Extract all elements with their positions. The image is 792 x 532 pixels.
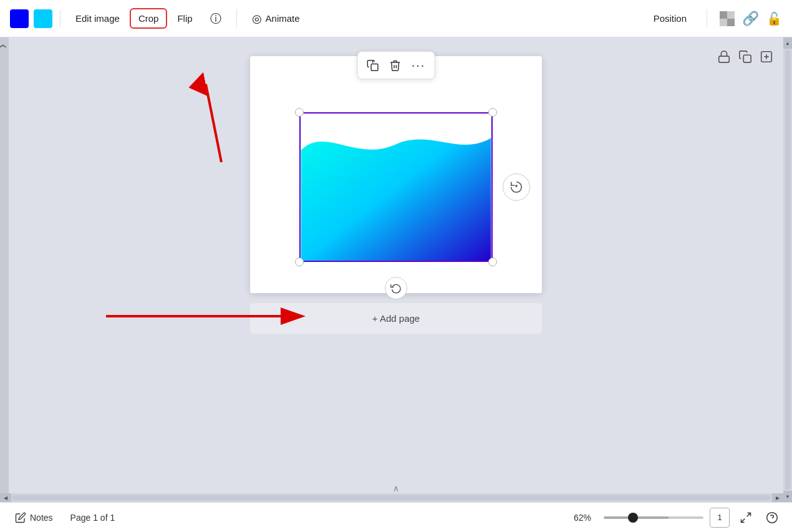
toolbar-right: Position 🔗 🔓: [646, 9, 782, 28]
handle-bottom-right[interactable]: [488, 258, 497, 266]
help-icon: [766, 511, 778, 524]
canvas-area: ❮: [0, 37, 792, 502]
handle-bottom-left[interactable]: [295, 258, 304, 266]
zoom-area: 62% 1: [574, 508, 782, 528]
scroll-up-button[interactable]: ▲: [783, 37, 792, 49]
canvas-top-icons: [717, 50, 773, 67]
link-button[interactable]: 🔗: [742, 11, 759, 27]
color-swatch-blue[interactable]: [10, 9, 29, 28]
zoom-slider[interactable]: [604, 516, 703, 519]
info-button[interactable]: ⓘ: [203, 7, 229, 30]
rotate-handle[interactable]: [385, 277, 407, 299]
svg-line-16: [206, 84, 221, 162]
svg-rect-0: [720, 11, 727, 19]
scroll-left-button[interactable]: ◀: [0, 493, 11, 502]
gradient-image: [299, 112, 493, 262]
transparency-button[interactable]: [720, 11, 735, 26]
help-button[interactable]: [762, 509, 782, 526]
add-page-button[interactable]: + Add page: [250, 303, 542, 334]
color-swatch-cyan[interactable]: [34, 9, 52, 28]
position-button[interactable]: Position: [646, 9, 694, 27]
float-delete-button[interactable]: [387, 57, 404, 74]
left-panel-chevron[interactable]: ❮: [0, 37, 7, 49]
handle-top-left[interactable]: [295, 108, 304, 117]
float-more-button[interactable]: ···: [409, 56, 428, 75]
scroll-right-button[interactable]: ▶: [772, 493, 783, 502]
flip-button[interactable]: Flip: [170, 9, 200, 27]
float-copy-button[interactable]: [364, 57, 382, 74]
link-icon: 🔗: [742, 11, 759, 27]
svg-rect-4: [719, 56, 730, 62]
svg-line-18: [747, 513, 751, 516]
scrollbar-bottom: ◀ ▶: [0, 493, 783, 502]
svg-rect-3: [727, 19, 735, 26]
scroll-track: [785, 50, 790, 490]
zoom-label: 62%: [574, 513, 597, 523]
info-icon: ⓘ: [210, 11, 221, 26]
svg-rect-5: [743, 55, 751, 62]
divider-3: [707, 9, 707, 28]
left-panel: ❮: [0, 37, 9, 502]
svg-rect-2: [720, 19, 727, 26]
notes-label: Notes: [30, 513, 53, 523]
divider-2: [236, 9, 237, 28]
animate-button[interactable]: ◎ Animate: [244, 8, 307, 29]
handle-top-right[interactable]: [488, 108, 497, 117]
page-card: ···: [250, 56, 542, 293]
svg-point-20: [767, 512, 778, 523]
page-info: Page 1 of 1: [70, 513, 115, 523]
svg-rect-9: [371, 64, 378, 70]
expand-button[interactable]: [736, 509, 756, 526]
notes-button[interactable]: Notes: [10, 510, 58, 526]
notes-icon: [15, 512, 26, 523]
scrollbar-right: ▲ ▼: [783, 37, 792, 502]
expand-icon: [740, 511, 752, 524]
canvas-add-button[interactable]: [760, 50, 773, 67]
scroll-horizontal-track: [12, 495, 771, 500]
image-container[interactable]: [299, 112, 493, 262]
page-number-box: 1: [710, 508, 730, 528]
canvas-lock-button[interactable]: [717, 50, 731, 67]
lock-icon: 🔓: [766, 11, 782, 26]
lock-button[interactable]: 🔓: [766, 11, 782, 26]
scroll-down-button[interactable]: ▼: [783, 491, 792, 502]
animate-icon: ◎: [252, 12, 262, 26]
float-toolbar: ···: [357, 51, 435, 79]
canvas-copy-button[interactable]: [738, 50, 752, 67]
divider-1: [60, 9, 60, 28]
status-bar: Notes Page 1 of 1 62% 1: [0, 502, 792, 532]
svg-rect-1: [727, 11, 735, 19]
edit-image-button[interactable]: Edit image: [68, 9, 127, 27]
crop-button[interactable]: Crop: [130, 8, 168, 29]
toolbar: Edit image Crop Flip ⓘ ◎ Animate Positio…: [0, 0, 792, 37]
svg-line-19: [741, 518, 745, 522]
checkerboard-icon: [720, 11, 735, 26]
scroll-chevron[interactable]: ∧: [393, 483, 399, 493]
right-rotate-button[interactable]: [503, 173, 530, 201]
